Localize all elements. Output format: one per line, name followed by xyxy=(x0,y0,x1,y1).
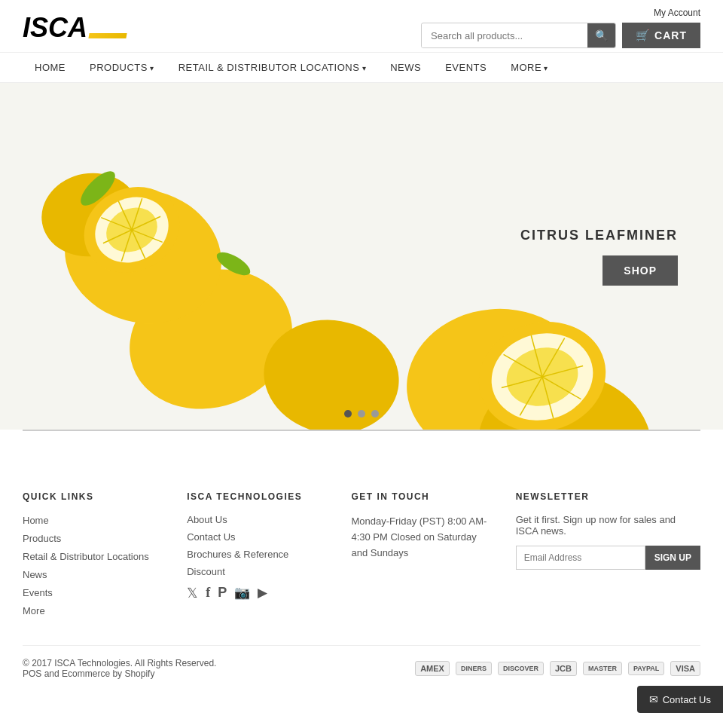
payment-discover: DISCOVER xyxy=(498,662,544,675)
footer-newsletter: NEWSLETTER Get it first. Sign up now for… xyxy=(516,491,700,622)
hero-dot-1[interactable] xyxy=(344,410,352,418)
quick-link-retail[interactable]: Retail & Distributor Locations xyxy=(23,551,149,562)
nav-link-home[interactable]: HOME xyxy=(23,53,78,82)
newsletter-heading: NEWSLETTER xyxy=(516,491,700,502)
hero-content: CITRUS LEAFMINER SHOP xyxy=(520,228,723,286)
list-item: News xyxy=(23,568,164,580)
quick-link-news[interactable]: News xyxy=(23,569,47,580)
discount-link[interactable]: Discount xyxy=(187,566,328,577)
nav-link-events[interactable]: EVENTS xyxy=(433,53,499,82)
search-cart-container: 🔍 🛒 CART xyxy=(421,23,700,48)
nav-item-products: PRODUCTS xyxy=(78,53,166,82)
payment-visa: VISA xyxy=(670,661,700,676)
spacer xyxy=(0,431,723,461)
quick-links-heading: QUICK LINKS xyxy=(23,491,164,502)
ecommerce-link[interactable]: Ecommerce by Shopify xyxy=(62,668,154,679)
quick-links-list: Home Products Retail & Distributor Locat… xyxy=(23,514,164,616)
list-item: Events xyxy=(23,586,164,598)
list-item: Retail & Distributor Locations xyxy=(23,550,164,562)
list-item: Products xyxy=(23,532,164,544)
payment-diners: DINERS xyxy=(456,662,492,675)
header: ISCA My Account 🔍 🛒 CART HOME xyxy=(0,0,723,83)
newsletter-description: Get it first. Sign up now for sales and … xyxy=(516,514,700,537)
nav-link-more[interactable]: MORE xyxy=(499,53,560,82)
payment-amex: AMEX xyxy=(415,661,450,676)
pinterest-link[interactable]: P xyxy=(218,585,227,601)
list-item: Home xyxy=(23,514,164,526)
footer-bottom: © 2017 ISCA Technologies. All Rights Res… xyxy=(23,645,700,679)
quick-link-home[interactable]: Home xyxy=(23,515,49,526)
nav-list: HOME PRODUCTS RETAIL & DISTRIBUTOR LOCAT… xyxy=(23,53,700,82)
my-account-link[interactable]: My Account xyxy=(654,8,700,18)
list-item: More xyxy=(23,604,164,616)
newsletter-form: SIGN UP xyxy=(516,546,700,570)
cart-icon: 🛒 xyxy=(636,29,651,42)
nav-item-more: MORE xyxy=(499,53,560,82)
footer-quick-links: QUICK LINKS Home Products Retail & Distr… xyxy=(23,491,164,622)
about-us-link[interactable]: About Us xyxy=(187,514,328,525)
copyright-text: © 2017 ISCA Technologies. All Rights Res… xyxy=(23,658,216,668)
nav-link-news[interactable]: NEWS xyxy=(378,53,433,82)
hero-dots xyxy=(344,410,379,418)
newsletter-email-input[interactable] xyxy=(516,546,645,570)
isca-tech-heading: ISCA TECHNOLOGIES xyxy=(187,491,328,502)
hero-title: CITRUS LEAFMINER xyxy=(520,228,678,243)
quick-link-events[interactable]: Events xyxy=(23,587,53,598)
nav-link-products[interactable]: PRODUCTS xyxy=(78,53,166,82)
get-in-touch-heading: GET IN TOUCH xyxy=(351,491,493,502)
logo-accent xyxy=(88,33,127,38)
search-box: 🔍 xyxy=(421,23,616,48)
brochures-link[interactable]: Brochures & Reference xyxy=(187,549,328,560)
search-input[interactable] xyxy=(422,24,587,47)
isca-links: About Us Contact Us Brochures & Referenc… xyxy=(187,514,328,577)
nav-item-home: HOME xyxy=(23,53,78,82)
quick-link-products[interactable]: Products xyxy=(23,533,61,544)
footer-copyright-area: © 2017 ISCA Technologies. All Rights Res… xyxy=(23,658,216,679)
signup-button[interactable]: SIGN UP xyxy=(645,546,700,570)
quick-link-more[interactable]: More xyxy=(23,605,45,616)
logo: ISCA xyxy=(23,14,127,41)
nav-item-news: NEWS xyxy=(378,53,433,82)
twitter-link[interactable]: 𝕏 xyxy=(187,585,198,601)
pos-text: POS and Ecommerce by Shopify xyxy=(23,668,216,679)
shop-button[interactable]: SHOP xyxy=(602,255,678,286)
contact-float-label: Contact Us xyxy=(663,694,711,695)
youtube-link[interactable]: ▶ xyxy=(258,585,267,601)
footer: QUICK LINKS Home Products Retail & Distr… xyxy=(0,461,723,694)
logo-text: ISCA xyxy=(23,14,87,41)
footer-get-in-touch: GET IN TOUCH Monday-Friday (PST) 8:00 AM… xyxy=(351,491,493,622)
payment-paypal: PAYPAL xyxy=(628,662,664,675)
payment-jcb: JCB xyxy=(550,661,577,676)
social-links: 𝕏 f P 📷 ▶ xyxy=(187,585,328,601)
nav-item-retail: RETAIL & DISTRIBUTOR LOCATIONS xyxy=(166,53,378,82)
contact-float-button[interactable]: ✉ Contact Us xyxy=(637,686,723,694)
footer-grid: QUICK LINKS Home Products Retail & Distr… xyxy=(23,491,700,645)
payment-icons: AMEX DINERS DISCOVER JCB MASTER PAYPAL V… xyxy=(415,661,700,676)
footer-isca-tech: ISCA TECHNOLOGIES About Us Contact Us Br… xyxy=(187,491,328,622)
contact-us-link[interactable]: Contact Us xyxy=(187,531,328,543)
hero-dot-3[interactable] xyxy=(371,410,379,418)
hours-text: Monday-Friday (PST) 8:00 AM- 4:30 PM Clo… xyxy=(351,514,493,561)
instagram-link[interactable]: 📷 xyxy=(234,585,250,601)
search-button[interactable]: 🔍 xyxy=(587,23,615,47)
contact-float-icon: ✉ xyxy=(649,693,658,694)
main-nav: HOME PRODUCTS RETAIL & DISTRIBUTOR LOCAT… xyxy=(0,52,723,83)
pos-label: POS and xyxy=(23,668,59,679)
copyright-main: © 2017 ISCA Technologies. All Rights Res… xyxy=(23,658,216,668)
cart-label: CART xyxy=(654,29,687,41)
cart-button[interactable]: 🛒 CART xyxy=(622,23,700,48)
nav-link-retail[interactable]: RETAIL & DISTRIBUTOR LOCATIONS xyxy=(166,53,378,82)
hero-dot-2[interactable] xyxy=(358,410,365,418)
header-top: ISCA My Account 🔍 🛒 CART xyxy=(0,0,723,52)
hero-section: CITRUS LEAFMINER SHOP xyxy=(0,83,723,430)
payment-master: MASTER xyxy=(583,662,622,675)
nav-item-events: EVENTS xyxy=(433,53,499,82)
facebook-link[interactable]: f xyxy=(206,585,210,601)
header-right: My Account 🔍 🛒 CART xyxy=(421,8,700,48)
